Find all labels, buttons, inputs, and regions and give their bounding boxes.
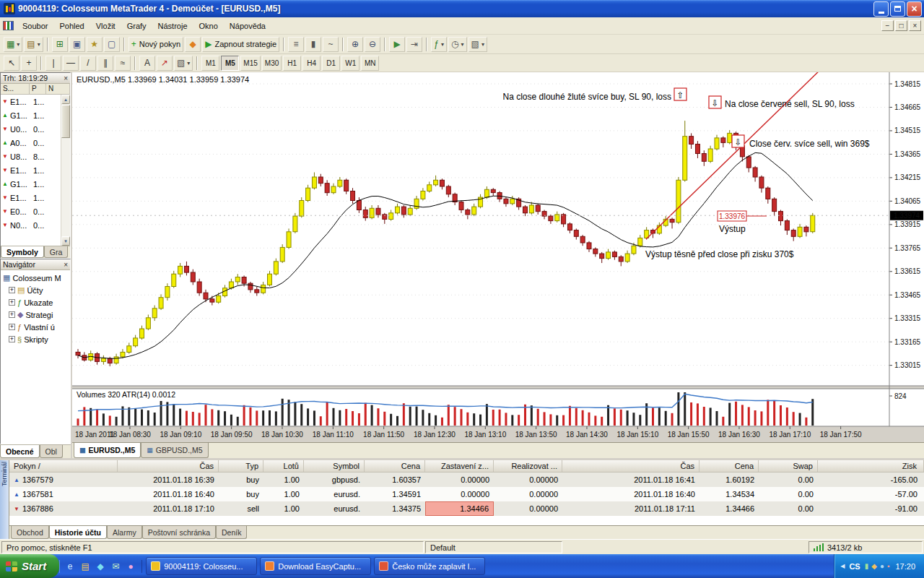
market-watch-row[interactable]: ▼U8...8... — [1, 150, 61, 163]
terminal-tab-po-tovn-schr-nka[interactable]: Poštovní schránka — [142, 526, 216, 539]
expand-icon[interactable]: + — [9, 324, 15, 330]
expand-icon[interactable]: + — [9, 287, 15, 293]
navigator-item-ukazate[interactable]: +ƒUkazate — [3, 296, 70, 309]
templates-button[interactable]: ▧▾ — [468, 37, 487, 52]
language-indicator[interactable]: CS — [849, 562, 860, 571]
navigator-item-skripty[interactable]: +§Skripty — [3, 333, 70, 345]
timeframe-m1-button[interactable]: M1 — [201, 56, 219, 71]
periods-button[interactable]: ◷▾ — [448, 37, 467, 52]
timeframe-m15-button[interactable]: M15 — [240, 56, 260, 71]
quicklaunch-mail-icon[interactable]: ✉ — [109, 560, 122, 573]
history-row[interactable]: ▲13675812011.01.18 16:40buy1.00eurusd.1.… — [9, 487, 924, 501]
mdi-restore-button[interactable]: □ — [895, 20, 907, 31]
chart-tab-gbpusd-m5[interactable]: ▦GBPUSD.,M5 — [141, 443, 208, 458]
market-watch-row[interactable]: ▲G1...1... — [1, 177, 61, 191]
arrows-button[interactable]: ↗ — [157, 56, 173, 71]
cursor-button[interactable]: ↖ — [4, 56, 19, 71]
indicators-button[interactable]: ƒ▾ — [431, 37, 447, 52]
enable-experts-button[interactable]: ▶Zapnout strategie — [202, 37, 279, 52]
history-row[interactable]: ▼13678862011.01.18 17:10sell1.00eurusd.1… — [9, 501, 924, 516]
market-watch-toggle-button[interactable]: ⊞ — [52, 37, 68, 52]
quicklaunch-ie-icon[interactable]: e — [64, 560, 77, 573]
terminal-column-2[interactable]: Čas — [118, 460, 219, 472]
terminal-column-6[interactable]: Cena — [365, 460, 425, 472]
terminal-column-11[interactable]: Swap — [759, 460, 818, 472]
timeframe-mn-button[interactable]: MN — [361, 56, 379, 71]
menu-item-5[interactable]: Nástroje — [152, 19, 193, 33]
terminal-column-3[interactable]: Typ — [219, 460, 263, 472]
minimize-button[interactable] — [873, 1, 889, 17]
terminal-column-10[interactable]: Cena — [699, 460, 759, 472]
market-watch-column-3[interactable]: N — [46, 84, 70, 94]
market-watch-tab-gra[interactable]: Gra — [44, 246, 69, 258]
navigator-item-strategi[interactable]: +◆Strategi — [3, 309, 70, 321]
terminal-tab-alarmy[interactable]: Alarmy — [107, 526, 142, 539]
close-button[interactable]: × — [907, 1, 922, 17]
tray-chevron-icon[interactable]: ◀ — [840, 563, 845, 569]
market-watch-row[interactable]: ▼E0...0... — [1, 204, 61, 218]
market-watch-row[interactable]: ▼N0...0... — [1, 218, 61, 232]
timeframe-h1-button[interactable]: H1 — [283, 56, 301, 71]
scroll-thumb[interactable] — [61, 105, 70, 138]
market-watch-column-2[interactable]: P — [30, 84, 46, 94]
new-order-button[interactable]: +Nový pokyn — [128, 37, 184, 52]
auto-scroll-button[interactable]: ▶ — [389, 37, 405, 52]
timeframe-m30-button[interactable]: M30 — [262, 56, 282, 71]
expand-icon[interactable]: + — [9, 299, 15, 306]
market-watch-row[interactable]: ▼U0...0... — [1, 122, 61, 136]
terminal-column-4[interactable]: Lotů — [263, 460, 304, 472]
chart-bars-button[interactable]: ≡ — [288, 37, 304, 52]
tray-app-icon[interactable]: ● — [880, 562, 884, 570]
market-watch-column-1[interactable]: S... — [1, 84, 30, 94]
terminal-column-5[interactable]: Symbol — [304, 460, 365, 472]
menu-item-7[interactable]: Nápověda — [224, 19, 271, 33]
mdi-close-button[interactable]: × — [909, 20, 921, 31]
terminal-toggle-button[interactable]: ▢ — [104, 37, 120, 52]
trendline-button[interactable]: / — [80, 56, 96, 71]
text-label-button[interactable]: A — [139, 56, 155, 71]
zoom-out-button[interactable]: ⊖ — [365, 37, 380, 52]
market-watch-row[interactable]: ▼E1...1... — [1, 191, 61, 204]
navigator-toggle-button[interactable]: ★ — [87, 37, 103, 52]
menu-item-6[interactable]: Okno — [193, 19, 224, 33]
scroll-up-icon[interactable]: ▴ — [61, 95, 70, 104]
navigator-tab-obl[interactable]: Obl — [40, 445, 63, 458]
chart-tab-eurusd-m5[interactable]: ▦EURUSD.,M5 — [74, 443, 141, 458]
start-button[interactable]: Start — [0, 554, 59, 578]
taskbar-task-1[interactable]: 90004119: Colosseu... — [146, 557, 257, 575]
menu-item-1[interactable]: Soubor — [17, 19, 53, 33]
crosshair-button[interactable]: + — [21, 56, 37, 71]
status-profile[interactable]: Default — [425, 541, 562, 553]
terminal-tab-obchod[interactable]: Obchod — [11, 526, 49, 539]
menu-item-4[interactable]: Grafy — [121, 19, 152, 33]
timeframe-m5-button[interactable]: M5 — [221, 56, 239, 71]
navigator-close-icon[interactable]: × — [64, 261, 68, 269]
navigator-tab-obecn[interactable]: Obecné — [0, 445, 40, 458]
tray-volume-icon[interactable]: ▪ — [887, 562, 890, 570]
terminal-tab-historie-tu[interactable]: Historie účtu — [49, 526, 107, 539]
chart-shift-button[interactable]: ⇥ — [406, 37, 422, 52]
market-watch-scrollbar[interactable]: ▴▾ — [61, 95, 70, 246]
navigator-root[interactable]: ▦Colosseum M — [3, 272, 70, 284]
expand-icon[interactable]: + — [9, 336, 15, 342]
fibonacci-button[interactable]: ≈ — [115, 56, 131, 71]
mdi-minimize-button[interactable]: − — [881, 20, 894, 31]
market-watch-row[interactable]: ▼E1...1... — [1, 163, 61, 177]
market-watch-tab-symboly[interactable]: Symboly — [1, 246, 44, 258]
tray-network-icon[interactable]: ▮ — [865, 562, 869, 570]
zoom-in-button[interactable]: ⊕ — [347, 37, 363, 52]
taskbar-task-2[interactable]: Download EasyCaptu... — [260, 557, 371, 575]
terminal-column-8[interactable]: Realizovat ... — [494, 460, 562, 472]
shapes-button[interactable]: ▧▾ — [174, 56, 193, 71]
market-watch-row[interactable]: ▼E1...1... — [1, 95, 61, 108]
chart-candles-button[interactable]: ▮ — [305, 37, 321, 52]
data-window-toggle-button[interactable]: ▣ — [69, 37, 85, 52]
market-watch-close-icon[interactable]: × — [64, 74, 68, 82]
quicklaunch-media-icon[interactable]: ◆ — [94, 560, 107, 573]
timeframe-w1-button[interactable]: W1 — [341, 56, 359, 71]
market-watch-row[interactable]: ▲G1...1... — [1, 108, 61, 122]
vertical-line-button[interactable]: | — [45, 56, 61, 71]
timeframe-h4-button[interactable]: H4 — [302, 56, 321, 71]
new-chart-button[interactable]: ▦▾ — [4, 37, 22, 52]
terminal-column-12[interactable]: Zisk — [818, 460, 924, 472]
